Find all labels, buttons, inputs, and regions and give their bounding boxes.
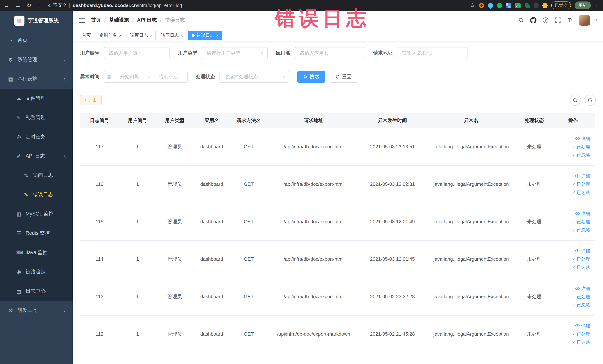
hamburger-icon[interactable] <box>79 18 85 23</box>
app-name-input[interactable] <box>295 47 365 59</box>
check-icon: ✓ <box>572 330 575 338</box>
avatar[interactable] <box>579 15 590 25</box>
sidebar-item-api-log[interactable]: ✐ API 日志 ∧ <box>0 146 73 166</box>
extension-smiley-icon[interactable] <box>542 3 547 8</box>
close-icon[interactable]: × <box>216 33 219 38</box>
mark-processed-link[interactable]: ✓已处理 <box>551 180 590 188</box>
sidebar-item-dev-tools[interactable]: ⚒ 研发工具 ∨ <box>0 301 73 320</box>
search-button[interactable]: 搜索 <box>297 71 325 83</box>
close-icon[interactable]: × <box>119 33 122 38</box>
mark-ignored-link[interactable]: ✓已忽略 <box>551 151 590 159</box>
extension-orange-icon[interactable] <box>479 3 484 8</box>
cell-log-id: 112 <box>80 315 119 353</box>
sidebar-item-config-management[interactable]: ✎ 配置管理 <box>0 108 73 127</box>
caret-down-icon[interactable]: ▾ <box>595 18 597 22</box>
close-icon[interactable]: × <box>181 33 183 38</box>
github-icon[interactable] <box>530 17 537 23</box>
address-bar[interactable]: dashboard.yudao.iocoder.cn/infra/log/api… <box>73 3 182 8</box>
sidebar-item-mysql-monitor[interactable]: ▥ MySQL 监控 <box>0 204 73 224</box>
detail-link[interactable]: 详细 <box>551 134 590 143</box>
chevron-down-icon: ∨ <box>261 51 264 55</box>
mark-ignored-link[interactable]: ✓已忽略 <box>551 301 590 309</box>
table-row: 1151管理员dashboardGET/api/infra/db-doc/exp… <box>80 203 595 240</box>
request-url-input[interactable] <box>397 47 467 59</box>
mark-ignored-link[interactable]: ✓已忽略 <box>551 338 590 346</box>
tab-home[interactable]: 首页 <box>79 31 94 40</box>
font-size-icon[interactable]: TT <box>567 17 574 23</box>
sidebar-item-log-center[interactable]: ▤ 日志中心 <box>0 282 73 301</box>
mark-processed-link[interactable]: ✓已处理 <box>551 218 590 226</box>
app-title: 芋道管理系统 <box>28 17 59 24</box>
mark-ignored-link[interactable]: ✓已忽略 <box>551 188 590 196</box>
extension-drop-icon[interactable] <box>487 2 494 9</box>
toggle-search-button[interactable] <box>570 94 581 106</box>
refresh-button[interactable] <box>584 94 596 106</box>
browser-home-icon[interactable]: ⌂ <box>37 3 41 8</box>
mark-ignored-link[interactable]: ✓已忽略 <box>551 263 590 271</box>
col-method: 请求方法名 <box>230 113 267 128</box>
cell-user-id: 1 <box>119 165 156 203</box>
detail-link[interactable]: 详细 <box>551 322 590 330</box>
detail-link[interactable]: 详细 <box>551 247 590 255</box>
sidebar-item-error-log[interactable]: ✎ 错误日志 <box>0 185 73 204</box>
sidebar-item-label: API 日志 <box>26 153 45 159</box>
detail-link[interactable]: 详细 <box>551 209 590 218</box>
browser-reload-icon[interactable]: ↻ <box>27 3 31 8</box>
date-range-picker[interactable]: ▦ 开始日期 - 结束日期 <box>104 71 188 83</box>
mark-processed-link[interactable]: ✓已处理 <box>551 293 590 301</box>
browser-forward-icon[interactable]: → <box>15 3 21 8</box>
cell-app-name: dashboard <box>193 165 230 203</box>
sidebar-item-file-management[interactable]: ☁ 文件管理 <box>0 89 73 108</box>
update-button[interactable]: 更新 <box>574 1 591 9</box>
tab-dispatch-log[interactable]: 调度日志 × <box>127 31 156 40</box>
sidebar-item-system[interactable]: ⚙ 系统管理 ∨ <box>0 50 73 69</box>
sidebar-item-infrastructure[interactable]: ▦ 基础设施 ∧ <box>0 69 73 89</box>
extension-grid-icon[interactable] <box>506 3 511 8</box>
paused-button[interactable]: 已暂停 <box>551 1 571 9</box>
sidebar-item-tracing[interactable]: ◉ 链路追踪 <box>0 262 73 282</box>
search-icon[interactable] <box>518 17 525 23</box>
tab-scheduled-jobs[interactable]: 定时任务 × <box>96 31 125 40</box>
browser-back-icon[interactable]: ← <box>4 3 9 8</box>
reset-button[interactable]: 重置 <box>330 71 357 83</box>
mark-ignored-link[interactable]: ✓已忽略 <box>551 226 590 234</box>
fullscreen-icon[interactable] <box>555 17 561 23</box>
check-icon: ✓ <box>572 255 575 263</box>
mark-processed-link[interactable]: ✓已处理 <box>551 330 590 338</box>
process-status-select[interactable]: 请选择处理状态 ∨ <box>220 71 289 83</box>
breadcrumb-infrastructure[interactable]: 基础设施 <box>109 17 129 23</box>
sidebar-item-java-monitor[interactable]: ⌨ Java 监控 <box>0 243 73 262</box>
sidebar-item-access-log[interactable]: ✎ 访问日志 <box>0 166 73 185</box>
help-icon[interactable]: ? <box>542 17 549 23</box>
detail-link[interactable]: 详细 <box>551 284 590 293</box>
tab-error-log[interactable]: 错误日志 × <box>188 31 222 40</box>
app-logo[interactable]: 芋道管理系统 <box>0 11 73 31</box>
user-type-select[interactable]: 请选择用户类型 ∨ <box>202 47 268 59</box>
export-button[interactable]: ↓ 导出 <box>80 95 101 105</box>
mark-processed-link[interactable]: ✓已处理 <box>551 255 590 263</box>
breadcrumb-api-log[interactable]: API 日志 <box>137 17 157 23</box>
browser-menu-icon[interactable]: ⋮ <box>594 3 599 8</box>
action-label: 详细 <box>581 322 590 330</box>
extension-on-badge[interactable]: on <box>514 3 521 8</box>
breadcrumb-home[interactable]: 首页 <box>91 17 101 23</box>
actions-cell: 详细✓已处理✓已忽略 <box>551 278 595 315</box>
sidebar-item-label: 链路追踪 <box>26 269 46 275</box>
tab-access-log[interactable]: 访问日志 × <box>158 31 186 40</box>
file-icon: ☁ <box>16 95 22 101</box>
sidebar-item-home[interactable]: ◔ 首页 <box>0 31 73 50</box>
mark-processed-link[interactable]: ✓已处理 <box>551 143 590 151</box>
chevron-up-icon: ∧ <box>63 154 66 158</box>
site-security[interactable]: ⚠ 不安全 <box>47 2 67 9</box>
sidebar-item-redis-monitor[interactable]: ☰ Redis 监控 <box>0 224 73 243</box>
close-icon[interactable]: × <box>150 33 152 38</box>
sidebar-item-scheduled-jobs[interactable]: ◴ 定时任务 <box>0 127 73 146</box>
user-id-input[interactable] <box>104 47 170 59</box>
extension-green-icon[interactable] <box>497 3 502 8</box>
extension-leaf-icon[interactable] <box>524 3 530 8</box>
extension-paw-icon[interactable] <box>533 3 538 8</box>
sidebar-item-label: 定时任务 <box>26 133 46 140</box>
bookmark-star-icon[interactable]: ☆ <box>470 2 475 8</box>
detail-link[interactable]: 详细 <box>551 172 590 180</box>
cell-exception-time: 2021-05-03 23:13:51 <box>360 128 425 165</box>
